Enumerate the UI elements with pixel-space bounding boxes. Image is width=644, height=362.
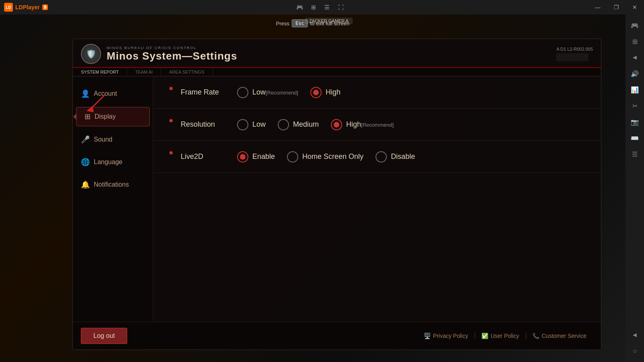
frame-rate-high-option[interactable]: High: [310, 87, 341, 98]
footer-links: 🖥️ Privacy Policy ✅ User Policy 📞 Custom…: [417, 333, 593, 339]
tab-system-report[interactable]: SYSTEM REPORT: [73, 68, 127, 76]
ld-logo-icon: LD: [4, 3, 13, 12]
live2d-enable-radio[interactable]: [237, 151, 248, 162]
titlebar: LD LDPlayer 9 🎮 ⊞ ☰ ⛶ — ❐ ✕: [0, 0, 644, 14]
resolution-dot: [169, 119, 173, 122]
privacy-label: Privacy Policy: [433, 333, 468, 339]
sidebar-back-icon[interactable]: ◄: [627, 50, 642, 65]
resolution-label: Resolution: [181, 120, 229, 129]
nav-account-label: Account: [94, 90, 117, 97]
settings-header: 🛡️ MINOS BUREAU OF CRISIS CONTROL Minos …: [73, 39, 601, 68]
settings-header-right: A D1 L2-R002.005: [556, 47, 593, 61]
live2d-enable-option[interactable]: Enable: [237, 151, 275, 162]
minimize-button[interactable]: —: [588, 0, 607, 14]
frame-rate-options: Low[Recommend] High: [237, 87, 341, 98]
settings-main-title: Minos System—Settings: [107, 50, 237, 62]
privacy-icon: 🖥️: [424, 333, 431, 339]
live2d-enable-label: Enable: [252, 152, 275, 161]
resolution-low-radio[interactable]: [237, 119, 248, 130]
resolution-high-radio[interactable]: [331, 119, 342, 130]
frame-rate-low-radio[interactable]: [237, 87, 248, 98]
tab-team-ai[interactable]: TEAM AI: [127, 68, 161, 76]
window-controls: — ❐ ✕: [588, 0, 644, 14]
live2d-options: Enable Home Screen Only Disable: [237, 151, 415, 162]
live2d-homescreen-label: Home Screen Only: [302, 152, 363, 161]
bureau-label: MINOS BUREAU OF CRISIS CONTROL: [107, 46, 237, 50]
resolution-section: Resolution Low Medium High[Recommend]: [153, 109, 601, 141]
titlebar-tools: 🎮 ⊞ ☰ ⛶: [294, 1, 347, 13]
settings-title-area: 🛡️ MINOS BUREAU OF CRISIS CONTROL Minos …: [81, 44, 237, 64]
frame-rate-dot: [169, 87, 173, 90]
settings-nav: 👤 Account ⊞ Display 🎤 Sound 🌐 Language 🔔: [73, 76, 153, 322]
user-policy-icon: ✅: [481, 333, 488, 339]
live2d-section: Live2D Enable Home Screen Only Disabl: [153, 141, 601, 173]
tab-area-settings[interactable]: AREA SETTINGS: [161, 68, 213, 76]
sidebar-back-bottom-icon[interactable]: ◄: [627, 327, 642, 343]
live2d-disable-label: Disable: [391, 152, 415, 161]
resolution-low-label: Low: [252, 120, 266, 129]
frame-rate-label: Frame Rate: [181, 88, 229, 97]
tab-bar: SYSTEM REPORT TEAM AI AREA SETTINGS: [73, 68, 601, 76]
settings-footer: Log out 🖥️ Privacy Policy ✅ User Policy …: [73, 322, 601, 350]
app-logo: LD LDPlayer 9: [0, 3, 52, 12]
nav-account[interactable]: 👤 Account: [73, 84, 153, 103]
notifications-icon: 🔔: [81, 180, 90, 189]
sidebar-scissors-icon[interactable]: ✂: [627, 98, 642, 113]
user-policy-link[interactable]: ✅ User Policy: [475, 333, 526, 339]
frame-rate-low-label: Low[Recommend]: [252, 88, 298, 97]
language-icon: 🌐: [81, 158, 90, 167]
resolution-medium-label: Medium: [293, 120, 319, 129]
customer-service-label: Customer Service: [542, 333, 586, 339]
nav-display[interactable]: ⊞ Display: [76, 107, 150, 126]
resolution-medium-option[interactable]: Medium: [278, 119, 319, 130]
frame-rate-low-option[interactable]: Low[Recommend]: [237, 87, 298, 98]
frame-rate-high-radio[interactable]: [310, 87, 322, 98]
apps-icon[interactable]: ⊞: [308, 1, 320, 13]
account-icon: 👤: [81, 89, 90, 98]
app-name: LDPlayer: [15, 4, 40, 10]
live2d-disable-radio[interactable]: [376, 151, 387, 162]
resolution-low-option[interactable]: Low: [237, 119, 266, 130]
sidebar-apps-icon[interactable]: ☰: [627, 146, 642, 162]
press-text: Press: [276, 21, 289, 27]
resolution-high-option[interactable]: High[Recommend]: [331, 119, 394, 130]
live2d-homescreen-radio[interactable]: [287, 151, 298, 162]
fullscreen-icon[interactable]: ⛶: [335, 1, 347, 13]
gamepad-icon[interactable]: 🎮: [294, 1, 306, 13]
privacy-policy-link[interactable]: 🖥️ Privacy Policy: [417, 333, 475, 339]
settings-body: 👤 Account ⊞ Display 🎤 Sound 🌐 Language 🔔: [73, 76, 601, 322]
signature: [556, 53, 588, 61]
sidebar-camera-icon[interactable]: 📷: [627, 114, 642, 130]
sidebar-keyboard-icon[interactable]: ⌨️: [627, 130, 642, 146]
sidebar-gamepad-icon[interactable]: 🎮: [627, 18, 642, 33]
restore-button[interactable]: ❐: [607, 0, 625, 14]
nav-display-label: Display: [95, 113, 116, 120]
customer-service-link[interactable]: 📞 Customer Service: [526, 333, 593, 339]
content-empty-space: [153, 173, 601, 253]
nav-language-label: Language: [94, 158, 122, 166]
nav-sound-label: Sound: [94, 136, 112, 143]
sidebar-grid-icon[interactable]: ⊞: [627, 34, 642, 49]
version-code: A D1 L2-R002.005: [556, 47, 593, 51]
live2d-label: Live2D: [181, 152, 229, 161]
sidebar-speaker-icon[interactable]: 🔊: [627, 66, 642, 81]
sidebar-chart-icon[interactable]: 📊: [627, 82, 642, 97]
resolution-medium-radio[interactable]: [278, 119, 289, 130]
live2d-dot: [169, 151, 173, 154]
nav-notifications[interactable]: 🔔 Notifications: [73, 175, 153, 194]
live2d-disable-option[interactable]: Disable: [376, 151, 415, 162]
logout-button[interactable]: Log out: [81, 328, 127, 344]
nav-sound[interactable]: 🎤 Sound: [73, 130, 153, 149]
live2d-homescreen-option[interactable]: Home Screen Only: [287, 151, 363, 162]
right-sidebar: 🎮 ⊞ ◄ 🔊 📊 ✂ 📷 ⌨️ ☰ ◄ ○: [625, 14, 644, 362]
version-badge: 9: [42, 4, 48, 10]
main-area: Press Esc to exit full screen ZACKER GAM…: [0, 14, 625, 362]
close-button[interactable]: ✕: [625, 0, 644, 14]
menu-icon[interactable]: ☰: [321, 1, 333, 13]
sidebar-circle-icon[interactable]: ○: [627, 343, 642, 359]
nav-language[interactable]: 🌐 Language: [73, 153, 153, 171]
sound-icon: 🎤: [81, 135, 90, 144]
settings-content: Frame Rate Low[Recommend] High: [153, 76, 601, 322]
customer-service-icon: 📞: [533, 333, 539, 339]
titlebar-center: 🎮 ⊞ ☰ ⛶: [52, 1, 588, 13]
